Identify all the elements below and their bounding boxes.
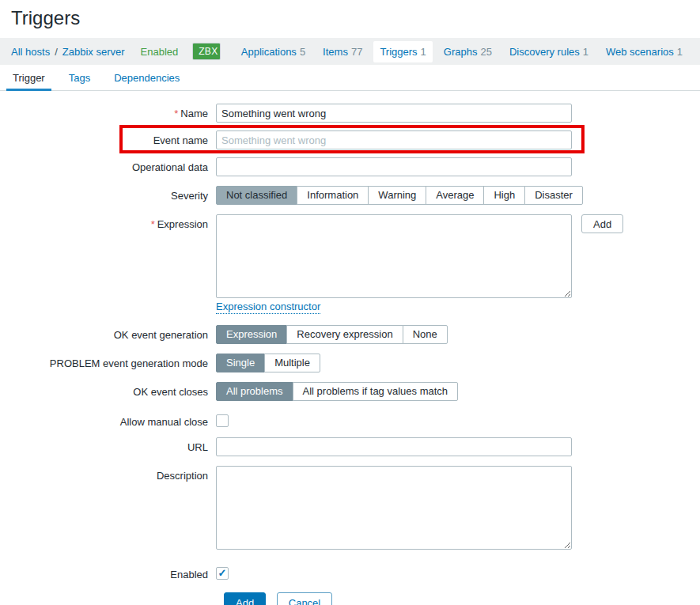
cancel-button[interactable]: Cancel <box>277 592 332 605</box>
row-expression-constructor: Expression constructor <box>0 301 700 314</box>
host-nav-graphs-link[interactable]: Graphs <box>444 46 478 58</box>
row-ok-event-closes: OK event closes All problemsAll problems… <box>0 382 700 401</box>
segment-option-average[interactable]: Average <box>426 186 484 205</box>
host-nav-applications-link[interactable]: Applications <box>241 46 297 58</box>
row-ok-event-generation: OK event generation ExpressionRecovery e… <box>0 325 700 344</box>
tab-dependencies[interactable]: Dependencies <box>108 65 186 90</box>
trigger-form: *Name Event name Operational data Severi… <box>0 91 700 605</box>
host-nav-items-count: 77 <box>351 46 362 58</box>
add-button[interactable]: Add <box>224 592 266 605</box>
ok-event-closes-label: OK event closes <box>0 382 216 398</box>
host-nav-discovery-rules-link[interactable]: Discovery rules <box>509 46 580 58</box>
operational-data-label: Operational data <box>0 157 216 173</box>
url-input[interactable] <box>216 437 572 456</box>
host-nav-web-scenarios[interactable]: Web scenarios1 <box>600 41 689 62</box>
expression-textarea[interactable] <box>216 214 572 298</box>
host-nav-triggers-link[interactable]: Triggers <box>380 46 417 58</box>
form-actions: Add Cancel <box>224 589 700 605</box>
host-nav-items[interactable]: Items77 <box>316 41 369 62</box>
description-textarea[interactable] <box>216 466 572 550</box>
expression-constructor-link[interactable]: Expression constructor <box>216 301 320 314</box>
host-status-badge: Enabled <box>141 46 179 58</box>
segment-option-none[interactable]: None <box>403 325 448 344</box>
segment-option-multiple[interactable]: Multiple <box>264 354 320 372</box>
problem-event-mode-label: PROBLEM event generation mode <box>0 354 216 369</box>
segment-option-all-problems-if-tag-values-match[interactable]: All problems if tag values match <box>293 382 459 401</box>
severity-segmented-control: Not classifiedInformationWarningAverageH… <box>216 186 583 205</box>
tab-tags[interactable]: Tags <box>62 65 96 90</box>
host-nav-applications[interactable]: Applications5 <box>235 41 312 62</box>
description-label: Description <box>0 466 216 482</box>
row-operational-data: Operational data <box>0 157 700 176</box>
problem-event-mode-segmented-control: SingleMultiple <box>216 354 320 372</box>
host-nav-discovery-rules[interactable]: Discovery rules1 <box>503 41 595 62</box>
interface-badge-group: ZBXSNMPJMXIPMI <box>192 43 221 60</box>
expression-wrap: Add <box>216 214 623 298</box>
ok-event-generation-segmented-control: ExpressionRecovery expressionNone <box>216 325 448 344</box>
segment-option-single[interactable]: Single <box>216 354 265 372</box>
breadcrumb-separator: / <box>55 46 58 58</box>
expression-add-button[interactable]: Add <box>581 214 623 233</box>
segment-option-high[interactable]: High <box>483 186 525 205</box>
host-nav-triggers[interactable]: Triggers1 <box>373 41 432 62</box>
row-allow-manual-close: Allow manual close <box>0 412 700 428</box>
breadcrumb-host[interactable]: Zabbix server <box>62 46 125 58</box>
row-url: URL <box>0 437 700 456</box>
page-title: Triggers <box>0 0 700 38</box>
host-nav-web-scenarios-link[interactable]: Web scenarios <box>606 46 674 58</box>
required-asterisk: * <box>151 218 155 230</box>
interface-badge-zbx: ZBX <box>193 43 221 59</box>
segment-option-not-classified[interactable]: Not classified <box>216 186 297 205</box>
host-nav-web-scenarios-count: 1 <box>677 46 683 58</box>
row-description: Description <box>0 466 700 550</box>
host-nav-discovery-rules-count: 1 <box>583 46 588 58</box>
expression-label: *Expression <box>0 214 216 230</box>
enabled-label: Enabled <box>0 565 216 580</box>
ok-event-closes-segmented-control: All problemsAll problems if tag values m… <box>216 382 458 401</box>
segment-option-disaster[interactable]: Disaster <box>524 186 583 205</box>
host-nav-applications-count: 5 <box>300 46 305 58</box>
event-name-label: Event name <box>0 130 216 146</box>
name-input[interactable] <box>216 104 572 123</box>
host-nav-graphs-count: 25 <box>480 46 491 58</box>
row-enabled: Enabled ✓ <box>0 565 700 580</box>
segment-option-recovery-expression[interactable]: Recovery expression <box>286 325 403 344</box>
row-event-name: Event name <box>0 130 700 149</box>
severity-label: Severity <box>0 186 216 202</box>
host-nav-links: Applications5Items77Triggers1Graphs25Dis… <box>230 41 689 62</box>
event-name-input[interactable] <box>216 130 572 149</box>
host-nav-triggers-count: 1 <box>421 46 426 58</box>
breadcrumb-all-hosts[interactable]: All hosts <box>11 46 50 58</box>
url-label: URL <box>0 437 216 453</box>
segment-option-information[interactable]: Information <box>297 186 369 205</box>
row-problem-event-mode: PROBLEM event generation mode SingleMult… <box>0 354 700 372</box>
required-asterisk: * <box>174 108 178 119</box>
host-breadcrumb-bar: All hosts / Zabbix server Enabled ZBXSNM… <box>0 38 700 65</box>
segment-option-all-problems[interactable]: All problems <box>216 382 293 401</box>
row-severity: Severity Not classifiedInformationWarnin… <box>0 186 700 205</box>
tab-bar: TriggerTagsDependencies <box>0 65 700 91</box>
allow-manual-close-checkbox[interactable] <box>216 414 229 427</box>
segment-option-expression[interactable]: Expression <box>216 325 287 344</box>
segment-option-warning[interactable]: Warning <box>368 186 426 205</box>
host-nav-graphs[interactable]: Graphs25 <box>437 41 498 62</box>
enabled-checkbox[interactable]: ✓ <box>216 567 229 580</box>
allow-manual-close-label: Allow manual close <box>0 412 216 428</box>
host-nav-items-link[interactable]: Items <box>323 46 348 58</box>
row-name: *Name <box>0 104 700 123</box>
row-expression: *Expression Add <box>0 214 700 298</box>
tab-trigger[interactable]: Trigger <box>6 65 51 90</box>
operational-data-input[interactable] <box>216 157 572 176</box>
name-label: *Name <box>0 104 216 119</box>
ok-event-generation-label: OK event generation <box>0 325 216 341</box>
